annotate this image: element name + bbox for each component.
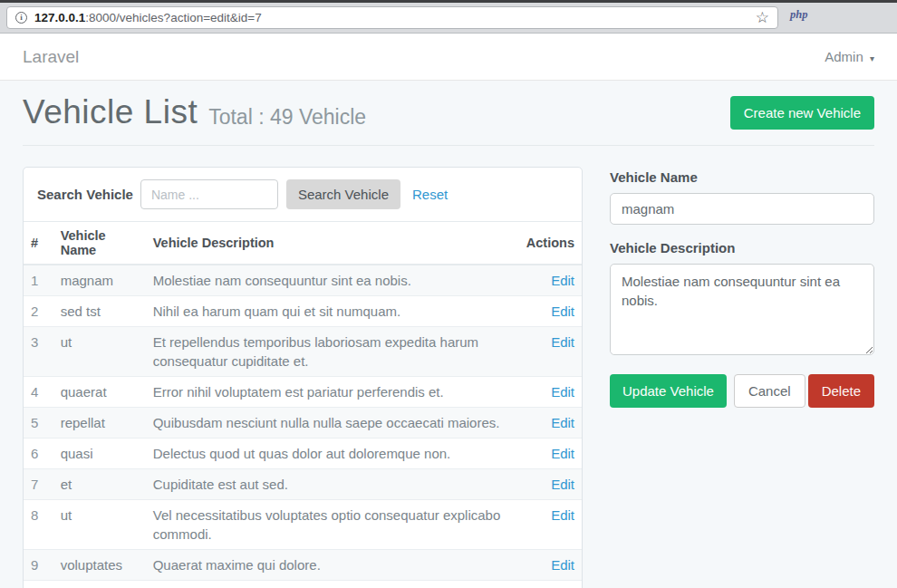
row-name: sed tst xyxy=(53,296,146,327)
table-row: 10 eum Error dolore sint autem harum rep… xyxy=(24,581,582,588)
page-info-icon[interactable]: i xyxy=(15,12,27,24)
search-label: Search Vehicle xyxy=(37,187,133,202)
search-button[interactable]: Search Vehicle xyxy=(286,179,400,209)
update-vehicle-button[interactable]: Update Vehicle xyxy=(610,374,727,408)
reset-link[interactable]: Reset xyxy=(412,187,448,202)
header-actions: Actions xyxy=(519,222,582,265)
page-content: Vehicle List Total : 49 Vehicle Create n… xyxy=(0,81,897,588)
row-description: Error nihil voluptatem est pariatur perf… xyxy=(146,377,519,408)
table-row: 2 sed tst Nihil ea harum quam qui et sit… xyxy=(24,296,582,327)
cancel-button[interactable]: Cancel xyxy=(734,374,805,408)
row-name: eum xyxy=(53,581,146,588)
edit-link[interactable]: Edit xyxy=(551,477,574,492)
chevron-down-icon: ▾ xyxy=(870,53,874,63)
edit-link[interactable]: Edit xyxy=(551,507,574,523)
row-description: Quibusdam nesciunt nulla nulla saepe occ… xyxy=(146,408,519,439)
row-number: 9 xyxy=(24,550,53,581)
table-row: 9 voluptates Quaerat maxime qui dolore. … xyxy=(24,550,582,581)
edit-link[interactable]: Edit xyxy=(551,446,574,461)
total-count-label: Total : 49 Vehicle xyxy=(208,96,366,130)
address-bar[interactable]: i 127.0.0.1:8000/vehicles?action=edit&id… xyxy=(6,6,778,29)
table-row: 3 ut Et repellendus temporibus laboriosa… xyxy=(24,327,582,377)
window-top-edge xyxy=(0,0,897,3)
edit-link[interactable]: Edit xyxy=(551,415,574,430)
admin-dropdown[interactable]: Admin ▾ xyxy=(825,49,874,64)
title-divider xyxy=(23,145,874,146)
url-path: :8000/vehicles?action=edit&id=7 xyxy=(85,11,261,24)
row-description: Et repellendus temporibus laboriosam exp… xyxy=(146,327,519,377)
row-number: 6 xyxy=(24,439,53,469)
vehicle-name-input[interactable] xyxy=(610,193,874,225)
row-name: quaerat xyxy=(53,377,146,408)
create-new-vehicle-button[interactable]: Create new Vehicle xyxy=(730,96,874,130)
php-extension-icon[interactable]: php xyxy=(790,8,807,22)
table-row: 8 ut Vel necessitatibus voluptates optio… xyxy=(24,500,582,550)
row-description: Vel necessitatibus voluptates optio cons… xyxy=(146,500,519,550)
row-description: Delectus quod ut quas dolor aut doloremq… xyxy=(146,439,519,469)
url-host: 127.0.0.1 xyxy=(34,11,85,24)
vehicle-description-textarea[interactable] xyxy=(610,264,874,355)
row-description: Error dolore sint autem harum reprehende… xyxy=(146,581,519,588)
brand-laravel[interactable]: Laravel xyxy=(23,47,79,67)
table-row: 4 quaerat Error nihil voluptatem est par… xyxy=(24,377,582,408)
search-input[interactable] xyxy=(140,179,278,209)
table-row: 5 repellat Quibusdam nesciunt nulla null… xyxy=(24,408,582,439)
row-number: 4 xyxy=(24,377,53,408)
header-num: # xyxy=(24,222,53,265)
header-description: Vehicle Description xyxy=(146,222,519,265)
row-description: Nihil ea harum quam qui et sit numquam. xyxy=(146,296,519,327)
admin-dropdown-label: Admin xyxy=(825,49,863,64)
page-title: Vehicle List xyxy=(23,93,198,131)
vehicle-description-label: Vehicle Description xyxy=(610,240,874,255)
table-body: 1 magnam Molestiae nam consequuntur sint… xyxy=(24,265,582,588)
browser-chrome: i 127.0.0.1:8000/vehicles?action=edit&id… xyxy=(0,0,897,34)
vehicle-table: # Vehicle Name Vehicle Description Actio… xyxy=(24,221,582,588)
edit-link[interactable]: Edit xyxy=(551,304,574,319)
table-row: 7 et Cupiditate est aut sed. Edit xyxy=(24,469,582,500)
row-number: 7 xyxy=(24,469,53,500)
row-number: 10 xyxy=(24,581,53,588)
edit-link[interactable]: Edit xyxy=(551,384,574,400)
edit-link[interactable]: Edit xyxy=(551,334,574,350)
delete-button[interactable]: Delete xyxy=(808,374,874,408)
row-name: ut xyxy=(53,500,146,550)
row-name: magnam xyxy=(53,265,146,296)
row-number: 8 xyxy=(24,500,53,550)
row-name: quasi xyxy=(53,439,146,469)
form-actions: Update Vehicle Cancel Delete xyxy=(610,374,874,408)
app-navbar: Laravel Admin ▾ xyxy=(0,34,897,81)
table-row: 1 magnam Molestiae nam consequuntur sint… xyxy=(24,265,582,296)
row-description: Quaerat maxime qui dolore. xyxy=(146,550,519,581)
row-name: repellat xyxy=(53,408,146,439)
header-name: Vehicle Name xyxy=(53,222,146,265)
edit-vehicle-form: Vehicle Name Vehicle Description Update … xyxy=(610,167,874,408)
bookmark-star-icon[interactable]: ☆ xyxy=(756,10,769,25)
vehicle-list-panel: Search Vehicle Search Vehicle Reset # Ve… xyxy=(23,167,583,588)
row-number: 2 xyxy=(24,296,53,327)
page-header: Vehicle List Total : 49 Vehicle Create n… xyxy=(23,93,874,131)
row-number: 1 xyxy=(24,265,53,296)
table-header-row: # Vehicle Name Vehicle Description Actio… xyxy=(24,222,582,265)
row-name: voluptates xyxy=(53,550,146,581)
row-name: ut xyxy=(53,327,146,377)
row-description: Cupiditate est aut sed. xyxy=(146,469,519,500)
row-name: et xyxy=(53,469,146,500)
vehicle-name-label: Vehicle Name xyxy=(610,169,874,185)
edit-link[interactable]: Edit xyxy=(551,273,574,288)
row-description: Molestiae nam consequuntur sint ea nobis… xyxy=(146,265,519,296)
table-row: 6 quasi Delectus quod ut quas dolor aut … xyxy=(24,439,582,469)
row-number: 3 xyxy=(24,327,53,377)
row-number: 5 xyxy=(24,408,53,439)
edit-link[interactable]: Edit xyxy=(551,557,574,573)
search-bar: Search Vehicle Search Vehicle Reset xyxy=(24,168,582,221)
